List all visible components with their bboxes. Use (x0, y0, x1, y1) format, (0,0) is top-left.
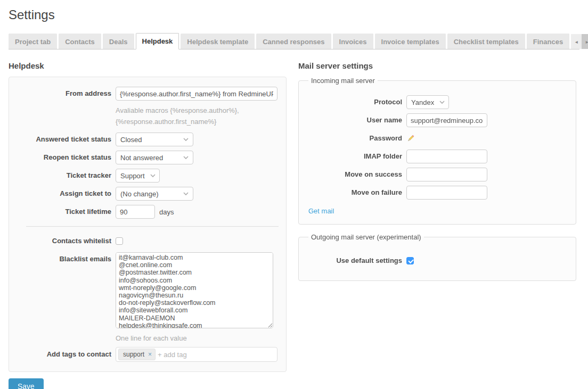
chevron-down-icon (183, 138, 189, 141)
macros-hint: Avaliable macros {%response.author%}, {%… (116, 105, 281, 127)
tag-chip-label: support (123, 351, 144, 358)
outgoing-mail-server-legend: Outgoing mail server (experimental) (308, 233, 424, 241)
user-name-input[interactable] (406, 113, 487, 127)
tab-deals[interactable]: Deals (103, 34, 134, 49)
ticket-lifetime-label: Ticket lifetime (18, 205, 111, 219)
assign-ticket-to-select[interactable]: (No change) (116, 187, 193, 201)
answered-status-select[interactable]: Closed (116, 133, 193, 146)
move-on-success-input[interactable] (406, 168, 487, 181)
reopen-status-select[interactable]: Not answered (116, 151, 193, 164)
tag-close-icon[interactable]: × (148, 351, 152, 358)
contacts-whitelist-checkbox[interactable] (116, 237, 123, 245)
tab-canned-responses[interactable]: Canned responses (256, 34, 331, 49)
add-tag-input[interactable] (158, 351, 275, 359)
settings-tabbar: Project tab Contacts Deals Helpdesk Help… (9, 33, 579, 49)
tab-project-tab[interactable]: Project tab (9, 34, 57, 49)
tab-finances[interactable]: Finances (527, 34, 569, 49)
imap-folder-label: IMAP folder (307, 150, 402, 163)
tags-input-box[interactable]: support × (116, 347, 277, 362)
tab-scroll-left-icon[interactable]: ◂ (571, 34, 582, 49)
helpdesk-panel: From address Avaliable macros {%response… (9, 77, 287, 372)
move-on-success-label: Move on success (307, 168, 402, 181)
tab-scroll-right-icon[interactable]: ▸ (582, 34, 588, 49)
password-label: Password (307, 131, 402, 145)
use-default-settings-checkbox[interactable] (406, 257, 414, 264)
mail-server-settings-heading: Mail server settings (298, 61, 576, 70)
tab-scrollers: ◂ ▸ (571, 34, 588, 49)
use-default-settings-label: Use default settings (307, 254, 402, 268)
from-address-label: From address (18, 87, 111, 101)
reopen-status-label: Reopen ticket status (18, 151, 111, 164)
outgoing-mail-server-fieldset: Outgoing mail server (experimental) Use … (298, 233, 576, 281)
chevron-down-icon (183, 156, 189, 159)
assign-ticket-to-label: Assign ticket to (18, 187, 111, 201)
contacts-whitelist-label: Contacts whitelist (18, 234, 111, 248)
tab-invoices[interactable]: Invoices (333, 34, 373, 49)
tab-contacts[interactable]: Contacts (59, 34, 101, 49)
answered-status-label: Answered ticket status (18, 133, 111, 146)
tab-checklist-templates[interactable]: Checklist templates (447, 34, 525, 49)
ticket-tracker-label: Ticket tracker (18, 169, 111, 183)
chevron-down-icon (150, 174, 156, 177)
user-name-label: User name (307, 113, 402, 127)
add-tags-label: Add tags to contact (18, 347, 111, 361)
protocol-select[interactable]: Yandex (406, 95, 449, 109)
ticket-lifetime-suffix: days (159, 208, 174, 216)
page-title: Settings (9, 7, 579, 22)
edit-password-pencil-icon[interactable] (406, 133, 415, 144)
section-divider (26, 226, 279, 227)
from-address-input[interactable] (116, 87, 277, 101)
ticket-lifetime-input[interactable] (116, 205, 155, 219)
incoming-mail-server-legend: Incoming mail server (308, 77, 378, 85)
tab-helpdesk-template[interactable]: Helpdesk template (181, 34, 255, 49)
get-mail-link[interactable]: Get mail (308, 207, 334, 215)
ticket-tracker-select[interactable]: Support (116, 169, 160, 183)
tab-invoice-templates[interactable]: Invoice templates (375, 34, 446, 49)
settings-page: Settings Project tab Contacts Deals Help… (0, 0, 588, 389)
chevron-down-icon (183, 192, 189, 195)
save-button[interactable]: Save (9, 378, 44, 389)
imap-folder-input[interactable] (406, 150, 487, 163)
helpdesk-heading: Helpdesk (9, 61, 287, 70)
blacklist-emails-label: Blacklist emails (18, 252, 111, 266)
blacklist-emails-textarea[interactable]: it@karnaval-club.com @cnet.online.com @p… (116, 252, 273, 328)
blacklist-hint: One line for each value (116, 333, 281, 344)
move-on-failure-label: Move on failure (307, 186, 402, 200)
incoming-mail-server-fieldset: Incoming mail server Protocol Yandex Use… (298, 77, 576, 225)
move-on-failure-input[interactable] (406, 186, 487, 200)
chevron-down-icon (439, 101, 445, 104)
protocol-label: Protocol (307, 95, 402, 109)
tab-helpdesk[interactable]: Helpdesk (136, 33, 179, 49)
tag-chip-support: support × (118, 349, 156, 360)
